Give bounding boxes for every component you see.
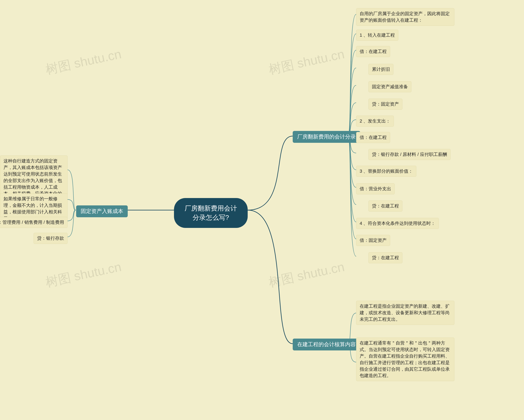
branch-fixed-asset-cost[interactable]: 固定资产入账成本 <box>76 206 128 217</box>
leaf-b1-06[interactable]: 贷：固定资产 <box>368 99 402 110</box>
leaf-text: 自用的厂房属于企业的固定资产，因此将固定资产的账面价值转入在建工程： <box>360 11 450 23</box>
leaf-b1-04[interactable]: 累计折旧 <box>368 64 393 75</box>
leaf-text: 3 、替换部分的账面价值： <box>360 169 413 174</box>
leaf-b3-03[interactable]: 借：管理费用 / 销售费用 / 制造费用 <box>0 217 68 228</box>
branch-label: 固定资产入账成本 <box>81 208 123 214</box>
leaf-b1-11[interactable]: 借：营业外支出 <box>356 183 395 194</box>
leaf-text: 固定资产减值准备 <box>372 84 408 89</box>
leaf-b1-05[interactable]: 固定资产减值准备 <box>368 81 411 92</box>
leaf-b1-02[interactable]: 1 、转入在建工程 <box>356 30 398 41</box>
leaf-text: 在建工程通常有＂自营＂和＂出包＂两种方式。当达到预定可使用状态时，可转入固定资产… <box>360 340 450 378</box>
leaf-text: 2 、发生支出： <box>360 119 390 124</box>
leaf-text: 借：营业外支出 <box>360 186 391 191</box>
branch-label: 厂房翻新费用的会计分录 <box>297 134 356 140</box>
watermark: 树图 shutu.cn <box>44 45 123 78</box>
leaf-b1-14[interactable]: 借：固定资产 <box>356 235 390 246</box>
leaf-b1-03[interactable]: 借：在建工程 <box>356 46 390 57</box>
leaf-b1-10[interactable]: 3 、替换部分的账面价值： <box>356 166 416 177</box>
branch-construction-in-progress[interactable]: 在建工程的会计核算内容 <box>293 339 360 351</box>
leaf-b1-15[interactable]: 贷：在建工程 <box>368 252 402 263</box>
leaf-text: 1 、转入在建工程 <box>360 33 395 38</box>
root-title: 厂房翻新费用会计分录怎么写? <box>185 205 237 221</box>
root-node[interactable]: 厂房翻新费用会计分录怎么写? <box>174 198 248 228</box>
watermark: 树图 shutu.cn <box>267 45 346 78</box>
watermark: 树图 shutu.cn <box>44 258 123 291</box>
branch-accounting-entries[interactable]: 厂房翻新费用的会计分录 <box>293 131 360 143</box>
leaf-text: 借：在建工程 <box>360 49 387 54</box>
leaf-b2-02[interactable]: 在建工程通常有＂自营＂和＂出包＂两种方式。当达到预定可使用状态时，可转入固定资产… <box>356 338 454 381</box>
leaf-b1-09[interactable]: 贷：银行存款 / 原材料 / 应付职工薪酬 <box>368 149 451 160</box>
leaf-text: 贷：银行存款 <box>37 236 64 241</box>
leaf-text: 贷：固定资产 <box>372 102 399 107</box>
leaf-text: 借：管理费用 / 销售费用 / 制造费用 <box>0 220 64 225</box>
leaf-b1-01[interactable]: 自用的厂房属于企业的固定资产，因此将固定资产的账面价值转入在建工程： <box>356 8 454 26</box>
leaf-text: 借：在建工程 <box>360 135 387 140</box>
branch-label: 在建工程的会计核算内容 <box>297 341 356 347</box>
leaf-b1-13[interactable]: 4 、符合资本化条件达到使用状态时： <box>356 218 439 229</box>
leaf-b1-12[interactable]: 贷：在建工程 <box>368 200 402 212</box>
watermark: 树图 shutu.cn <box>267 258 346 291</box>
leaf-text: 贷：银行存款 / 原材料 / 应付职工薪酬 <box>372 152 447 157</box>
leaf-text: 在建工程是指企业固定资产的新建、改建、扩建，或技术改造、设备更新和大修理工程等尚… <box>360 304 450 322</box>
leaf-b3-04[interactable]: 贷：银行存款 <box>34 233 68 244</box>
leaf-text: 4 、符合资本化条件达到使用状态时： <box>360 221 435 226</box>
leaf-b1-08[interactable]: 借：在建工程 <box>356 132 390 143</box>
leaf-text: 贷：在建工程 <box>372 255 399 260</box>
leaf-text: 累计折旧 <box>372 67 390 72</box>
leaf-b1-07[interactable]: 2 、发生支出： <box>356 116 394 127</box>
leaf-text: 借：固定资产 <box>360 238 387 243</box>
leaf-text: 贷：在建工程 <box>372 203 399 208</box>
leaf-b2-01[interactable]: 在建工程是指企业固定资产的新建、改建、扩建，或技术改造、设备更新和大修理工程等尚… <box>356 301 454 325</box>
